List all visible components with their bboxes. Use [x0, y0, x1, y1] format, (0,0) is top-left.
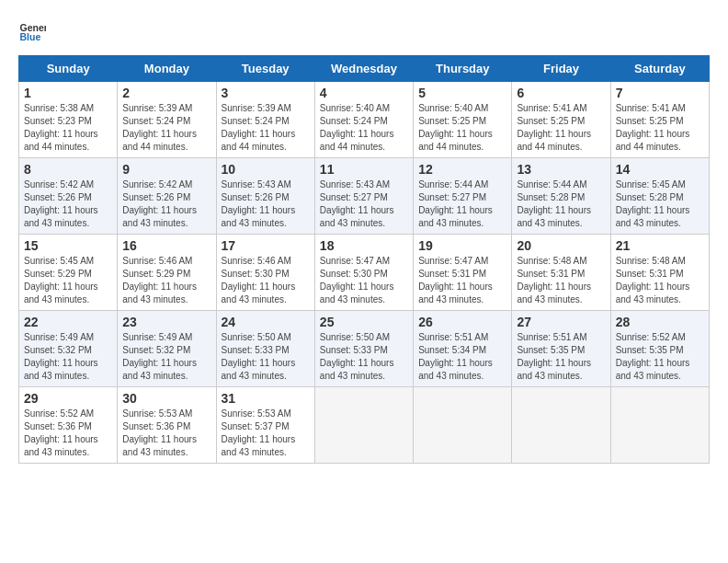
day-info: Sunrise: 5:44 AM Sunset: 5:28 PM Dayligh… [517, 178, 605, 230]
calendar-cell: 15Sunrise: 5:45 AM Sunset: 5:29 PM Dayli… [19, 235, 118, 311]
day-number: 6 [517, 86, 605, 100]
day-number: 18 [320, 238, 408, 253]
day-number: 21 [616, 238, 704, 253]
calendar-cell: 9Sunrise: 5:42 AM Sunset: 5:26 PM Daylig… [118, 158, 216, 235]
calendar-cell: 4Sunrise: 5:40 AM Sunset: 5:24 PM Daylig… [314, 82, 413, 158]
day-info: Sunrise: 5:41 AM Sunset: 5:25 PM Dayligh… [616, 102, 704, 154]
column-header-sunday: Sunday [19, 56, 118, 82]
calendar-cell [414, 387, 512, 464]
calendar-cell: 27Sunrise: 5:51 AM Sunset: 5:35 PM Dayli… [512, 311, 610, 387]
day-info: Sunrise: 5:45 AM Sunset: 5:28 PM Dayligh… [616, 178, 704, 230]
calendar-cell: 25Sunrise: 5:50 AM Sunset: 5:33 PM Dayli… [314, 311, 413, 387]
day-info: Sunrise: 5:49 AM Sunset: 5:32 PM Dayligh… [24, 331, 112, 383]
calendar-cell: 28Sunrise: 5:52 AM Sunset: 5:35 PM Dayli… [610, 311, 709, 387]
day-number: 24 [222, 315, 310, 329]
calendar-body: 1Sunrise: 5:38 AM Sunset: 5:23 PM Daylig… [19, 82, 710, 464]
calendar-cell: 2Sunrise: 5:39 AM Sunset: 5:24 PM Daylig… [118, 82, 216, 158]
calendar-cell: 20Sunrise: 5:48 AM Sunset: 5:31 PM Dayli… [512, 235, 610, 311]
calendar-cell: 24Sunrise: 5:50 AM Sunset: 5:33 PM Dayli… [216, 311, 314, 387]
day-number: 5 [418, 86, 506, 100]
svg-text:Blue: Blue [20, 31, 41, 42]
day-number: 10 [222, 162, 310, 177]
calendar-cell: 16Sunrise: 5:46 AM Sunset: 5:29 PM Dayli… [118, 235, 216, 311]
day-number: 11 [320, 162, 408, 177]
day-number: 31 [222, 391, 310, 406]
calendar-cell: 18Sunrise: 5:47 AM Sunset: 5:30 PM Dayli… [314, 235, 413, 311]
calendar-cell: 6Sunrise: 5:41 AM Sunset: 5:25 PM Daylig… [512, 82, 610, 158]
column-header-friday: Friday [512, 56, 610, 82]
calendar-cell: 10Sunrise: 5:43 AM Sunset: 5:26 PM Dayli… [216, 158, 314, 235]
day-info: Sunrise: 5:39 AM Sunset: 5:24 PM Dayligh… [222, 102, 310, 154]
day-number: 16 [122, 238, 210, 253]
day-info: Sunrise: 5:38 AM Sunset: 5:23 PM Dayligh… [24, 102, 112, 154]
column-header-thursday: Thursday [414, 56, 512, 82]
calendar-week-1: 1Sunrise: 5:38 AM Sunset: 5:23 PM Daylig… [19, 82, 710, 158]
calendar-cell: 17Sunrise: 5:46 AM Sunset: 5:30 PM Dayli… [216, 235, 314, 311]
calendar-cell: 22Sunrise: 5:49 AM Sunset: 5:32 PM Dayli… [19, 311, 118, 387]
day-info: Sunrise: 5:47 AM Sunset: 5:30 PM Dayligh… [320, 255, 408, 306]
day-number: 25 [320, 315, 408, 329]
day-info: Sunrise: 5:52 AM Sunset: 5:36 PM Dayligh… [24, 408, 112, 459]
day-number: 3 [222, 86, 310, 100]
day-number: 13 [517, 162, 605, 177]
day-number: 2 [122, 86, 210, 100]
day-info: Sunrise: 5:40 AM Sunset: 5:25 PM Dayligh… [418, 102, 506, 154]
day-info: Sunrise: 5:53 AM Sunset: 5:36 PM Dayligh… [122, 408, 210, 459]
column-header-saturday: Saturday [610, 56, 709, 82]
column-header-wednesday: Wednesday [314, 56, 413, 82]
calendar-cell: 5Sunrise: 5:40 AM Sunset: 5:25 PM Daylig… [414, 82, 512, 158]
calendar-cell: 19Sunrise: 5:47 AM Sunset: 5:31 PM Dayli… [414, 235, 512, 311]
day-info: Sunrise: 5:45 AM Sunset: 5:29 PM Dayligh… [24, 255, 112, 306]
calendar-week-4: 22Sunrise: 5:49 AM Sunset: 5:32 PM Dayli… [19, 311, 710, 387]
day-number: 27 [517, 315, 605, 329]
calendar-cell: 11Sunrise: 5:43 AM Sunset: 5:27 PM Dayli… [314, 158, 413, 235]
day-number: 22 [24, 315, 112, 329]
day-number: 30 [122, 391, 210, 406]
day-info: Sunrise: 5:50 AM Sunset: 5:33 PM Dayligh… [320, 331, 408, 383]
calendar-cell: 8Sunrise: 5:42 AM Sunset: 5:26 PM Daylig… [19, 158, 118, 235]
day-number: 20 [517, 238, 605, 253]
day-info: Sunrise: 5:42 AM Sunset: 5:26 PM Dayligh… [122, 178, 210, 230]
day-number: 26 [418, 315, 506, 329]
logo-icon: General Blue [18, 18, 46, 46]
logo: General Blue [18, 18, 48, 46]
day-info: Sunrise: 5:51 AM Sunset: 5:35 PM Dayligh… [517, 331, 605, 383]
calendar-cell: 23Sunrise: 5:49 AM Sunset: 5:32 PM Dayli… [118, 311, 216, 387]
day-number: 19 [418, 238, 506, 253]
day-info: Sunrise: 5:47 AM Sunset: 5:31 PM Dayligh… [418, 255, 506, 306]
calendar-cell: 31Sunrise: 5:53 AM Sunset: 5:37 PM Dayli… [216, 387, 314, 464]
page-header: General Blue [18, 18, 710, 46]
calendar-cell: 1Sunrise: 5:38 AM Sunset: 5:23 PM Daylig… [19, 82, 118, 158]
day-info: Sunrise: 5:51 AM Sunset: 5:34 PM Dayligh… [418, 331, 506, 383]
day-number: 23 [122, 315, 210, 329]
day-number: 8 [24, 162, 112, 177]
calendar-header-row: SundayMondayTuesdayWednesdayThursdayFrid… [19, 56, 710, 82]
calendar-cell [314, 387, 413, 464]
day-info: Sunrise: 5:52 AM Sunset: 5:35 PM Dayligh… [616, 331, 704, 383]
calendar-cell [512, 387, 610, 464]
day-info: Sunrise: 5:43 AM Sunset: 5:27 PM Dayligh… [320, 178, 408, 230]
day-number: 15 [24, 238, 112, 253]
day-info: Sunrise: 5:49 AM Sunset: 5:32 PM Dayligh… [122, 331, 210, 383]
day-number: 1 [24, 86, 112, 100]
calendar-cell: 26Sunrise: 5:51 AM Sunset: 5:34 PM Dayli… [414, 311, 512, 387]
calendar-week-5: 29Sunrise: 5:52 AM Sunset: 5:36 PM Dayli… [19, 387, 710, 464]
day-number: 7 [616, 86, 704, 100]
calendar-cell: 3Sunrise: 5:39 AM Sunset: 5:24 PM Daylig… [216, 82, 314, 158]
day-info: Sunrise: 5:48 AM Sunset: 5:31 PM Dayligh… [616, 255, 704, 306]
calendar-cell: 29Sunrise: 5:52 AM Sunset: 5:36 PM Dayli… [19, 387, 118, 464]
calendar-week-3: 15Sunrise: 5:45 AM Sunset: 5:29 PM Dayli… [19, 235, 710, 311]
calendar-week-2: 8Sunrise: 5:42 AM Sunset: 5:26 PM Daylig… [19, 158, 710, 235]
day-info: Sunrise: 5:53 AM Sunset: 5:37 PM Dayligh… [222, 408, 310, 459]
calendar-cell: 7Sunrise: 5:41 AM Sunset: 5:25 PM Daylig… [610, 82, 709, 158]
day-number: 28 [616, 315, 704, 329]
calendar-cell: 12Sunrise: 5:44 AM Sunset: 5:27 PM Dayli… [414, 158, 512, 235]
day-info: Sunrise: 5:44 AM Sunset: 5:27 PM Dayligh… [418, 178, 506, 230]
day-number: 29 [24, 391, 112, 406]
calendar-cell: 30Sunrise: 5:53 AM Sunset: 5:36 PM Dayli… [118, 387, 216, 464]
day-info: Sunrise: 5:42 AM Sunset: 5:26 PM Dayligh… [24, 178, 112, 230]
calendar-cell: 21Sunrise: 5:48 AM Sunset: 5:31 PM Dayli… [610, 235, 709, 311]
day-number: 9 [122, 162, 210, 177]
day-info: Sunrise: 5:48 AM Sunset: 5:31 PM Dayligh… [517, 255, 605, 306]
day-number: 17 [222, 238, 310, 253]
